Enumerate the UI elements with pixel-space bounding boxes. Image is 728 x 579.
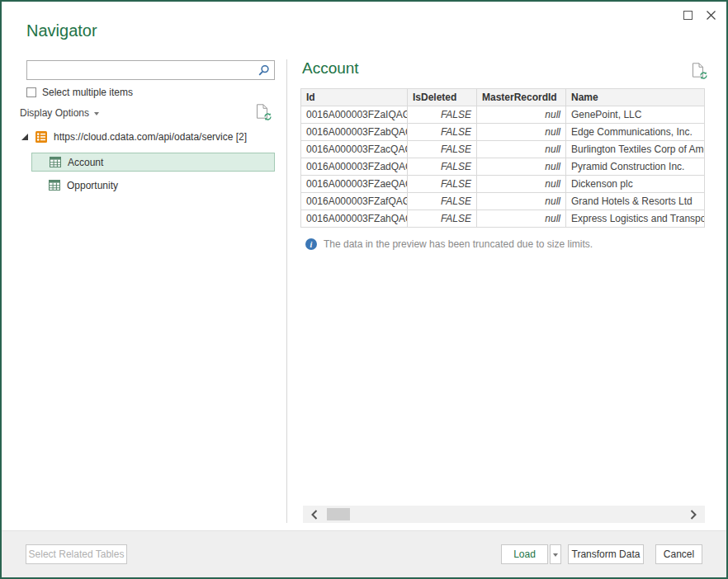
cell-name: Grand Hotels & Resorts Ltd xyxy=(566,193,705,210)
display-options-label: Display Options xyxy=(20,107,89,119)
refresh-icon xyxy=(699,71,708,80)
cell-isdeleted: FALSE xyxy=(408,193,477,210)
column-header-masterrecordid: MasterRecordId xyxy=(477,89,566,106)
close-icon xyxy=(706,10,716,21)
tree-node-odata-service[interactable]: https://cloud.cdata.com/api/odata/servic… xyxy=(21,130,247,144)
load-dropdown-button[interactable] xyxy=(550,544,561,564)
table-icon xyxy=(49,180,60,191)
cell-masterrecordid: null xyxy=(477,176,566,193)
cell-isdeleted: FALSE xyxy=(408,158,477,176)
cell-masterrecordid: null xyxy=(477,210,566,228)
cell-masterrecordid: null xyxy=(477,124,566,141)
cell-id: 0016A000003FZacQAG xyxy=(301,141,408,158)
cell-name: Dickenson plc xyxy=(566,176,705,193)
refresh-preview-button[interactable] xyxy=(692,63,707,79)
cell-id: 0016A000003FZaIQAG xyxy=(301,106,408,124)
truncation-info: i The data in the preview has been trunc… xyxy=(305,238,593,250)
cancel-button[interactable]: Cancel xyxy=(655,544,702,564)
horizontal-scrollbar[interactable] xyxy=(303,506,705,523)
cell-isdeleted: FALSE xyxy=(408,176,477,193)
tree-item-account[interactable]: Account xyxy=(31,153,275,172)
display-options-dropdown[interactable]: Display Options xyxy=(20,107,99,119)
table-row: 0016A000003FZaIQAG FALSE null GenePoint,… xyxy=(301,106,705,124)
table-header-row: Id IsDeleted MasterRecordId Name xyxy=(301,89,705,106)
table-row: 0016A000003FZabQAG FALSE null Edge Commu… xyxy=(301,124,705,141)
maximize-button[interactable] xyxy=(678,7,697,23)
tree-item-label: Account xyxy=(68,157,103,168)
cell-id: 0016A000003FZafQAG xyxy=(301,193,408,210)
info-message: The data in the preview has been truncat… xyxy=(324,238,593,250)
footer-bar: Select Related Tables Load Transform Dat… xyxy=(2,530,726,577)
scrollbar-thumb[interactable] xyxy=(327,508,350,520)
cell-masterrecordid: null xyxy=(477,193,566,210)
preview-title: Account xyxy=(302,59,359,78)
column-header-isdeleted: IsDeleted xyxy=(408,89,477,106)
cell-isdeleted: FALSE xyxy=(408,106,477,124)
cell-name: GenePoint, LLC xyxy=(566,106,705,124)
chevron-right-icon xyxy=(690,510,697,520)
cell-name: Pyramid Construction Inc. xyxy=(566,158,705,176)
cell-name: Express Logistics and Transport xyxy=(566,210,705,228)
dialog-title: Navigator xyxy=(26,21,97,40)
cell-id: 0016A000003FZabQAG xyxy=(301,124,408,141)
navigator-dialog: Navigator Select multiple items Display … xyxy=(0,0,728,579)
table-row: 0016A000003FZahQAG FALSE null Express Lo… xyxy=(301,210,705,228)
chevron-left-icon xyxy=(311,510,318,520)
odata-feed-icon xyxy=(35,130,48,144)
tree-item-opportunity[interactable]: Opportunity xyxy=(31,176,275,195)
tree-item-label: Opportunity xyxy=(67,180,118,191)
chevron-down-icon xyxy=(94,112,99,115)
cell-id: 0016A000003FZaeQAG xyxy=(301,176,408,193)
cell-isdeleted: FALSE xyxy=(408,124,477,141)
chevron-down-icon xyxy=(553,553,558,557)
refresh-tree-button[interactable] xyxy=(256,104,271,120)
select-related-tables-button[interactable]: Select Related Tables xyxy=(26,544,127,564)
select-multiple-checkbox[interactable] xyxy=(26,87,36,97)
table-row: 0016A000003FZaeQAG FALSE null Dickenson … xyxy=(301,176,705,193)
select-multiple-label: Select multiple items xyxy=(42,87,133,98)
cell-masterrecordid: null xyxy=(477,141,566,158)
cell-isdeleted: FALSE xyxy=(408,210,477,228)
cell-name: Burlington Textiles Corp of Ameri xyxy=(566,141,705,158)
table-row: 0016A000003FZafQAG FALSE null Grand Hote… xyxy=(301,193,705,210)
search-icon[interactable] xyxy=(258,64,270,77)
pane-divider xyxy=(286,59,287,523)
cell-id: 0016A000003FZadQAG xyxy=(301,158,408,176)
column-header-id: Id xyxy=(301,89,408,106)
search-input[interactable] xyxy=(31,61,253,79)
cell-name: Edge Communications, Inc. xyxy=(566,124,705,141)
close-button[interactable] xyxy=(702,7,720,23)
select-multiple-row: Select multiple items xyxy=(26,87,133,98)
refresh-icon xyxy=(263,112,272,121)
load-button[interactable]: Load xyxy=(501,544,548,564)
cell-masterrecordid: null xyxy=(477,106,566,124)
cell-masterrecordid: null xyxy=(477,158,566,176)
column-header-name: Name xyxy=(566,89,705,106)
table-icon xyxy=(50,157,61,167)
tree-expander-icon[interactable] xyxy=(21,134,29,141)
search-box xyxy=(26,60,275,80)
cell-id: 0016A000003FZahQAG xyxy=(301,210,408,228)
scroll-right-button[interactable] xyxy=(685,506,702,523)
table-row: 0016A000003FZacQAG FALSE null Burlington… xyxy=(301,141,705,158)
cell-isdeleted: FALSE xyxy=(408,141,477,158)
preview-table: Id IsDeleted MasterRecordId Name 0016A00… xyxy=(300,88,705,228)
info-icon: i xyxy=(305,238,317,250)
scroll-left-button[interactable] xyxy=(306,506,323,523)
maximize-icon xyxy=(683,11,693,20)
table-row: 0016A000003FZadQAG FALSE null Pyramid Co… xyxy=(301,158,705,176)
tree-root-label: https://cloud.cdata.com/api/odata/servic… xyxy=(54,131,247,143)
transform-data-button[interactable]: Transform Data xyxy=(568,544,644,564)
